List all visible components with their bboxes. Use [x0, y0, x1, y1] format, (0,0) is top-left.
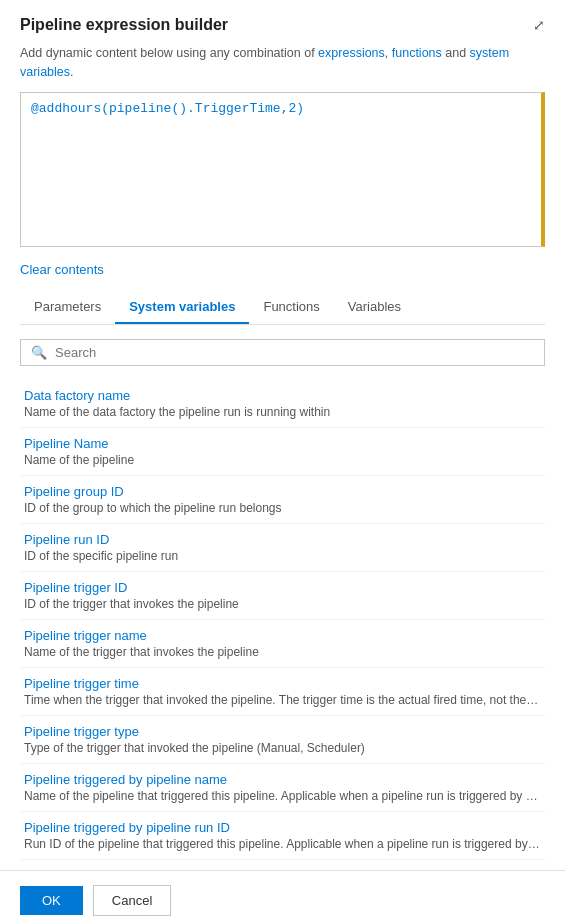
- search-container: 🔍: [20, 339, 545, 366]
- search-input[interactable]: [55, 345, 534, 360]
- functions-link[interactable]: functions: [392, 46, 442, 60]
- expand-icon[interactable]: ⤢: [533, 17, 545, 33]
- expressions-link[interactable]: expressions: [318, 46, 385, 60]
- variable-desc: Name of the data factory the pipeline ru…: [24, 405, 541, 419]
- variables-list: Data factory nameName of the data factor…: [20, 380, 545, 860]
- list-item[interactable]: Pipeline NameName of the pipeline: [20, 428, 545, 476]
- tab-system-variables[interactable]: System variables: [115, 291, 249, 324]
- page-title: Pipeline expression builder: [20, 16, 228, 34]
- variable-desc: ID of the group to which the pipeline ru…: [24, 501, 541, 515]
- variable-name: Pipeline trigger name: [24, 628, 541, 643]
- list-item[interactable]: Data factory nameName of the data factor…: [20, 380, 545, 428]
- variable-name: Pipeline group ID: [24, 484, 541, 499]
- variable-name: Pipeline run ID: [24, 532, 541, 547]
- variable-desc: Name of the trigger that invokes the pip…: [24, 645, 541, 659]
- list-item[interactable]: Pipeline trigger IDID of the trigger tha…: [20, 572, 545, 620]
- variable-name: Pipeline trigger type: [24, 724, 541, 739]
- variable-desc: Run ID of the pipeline that triggered th…: [24, 837, 541, 851]
- variable-desc: Type of the trigger that invoked the pip…: [24, 741, 541, 755]
- list-item[interactable]: Pipeline triggered by pipeline run IDRun…: [20, 812, 545, 860]
- search-icon: 🔍: [31, 345, 47, 360]
- list-item[interactable]: Pipeline trigger typeType of the trigger…: [20, 716, 545, 764]
- variable-name: Pipeline Name: [24, 436, 541, 451]
- list-item[interactable]: Pipeline triggered by pipeline nameName …: [20, 764, 545, 812]
- variable-desc: Time when the trigger that invoked the p…: [24, 693, 541, 707]
- tab-functions[interactable]: Functions: [249, 291, 333, 324]
- footer: OK Cancel: [0, 870, 565, 924]
- tabs-bar: Parameters System variables Functions Va…: [20, 291, 545, 325]
- subtitle: Add dynamic content below using any comb…: [20, 44, 545, 82]
- list-item[interactable]: Pipeline trigger nameName of the trigger…: [20, 620, 545, 668]
- subtitle-text-before: Add dynamic content below using any comb…: [20, 46, 318, 60]
- expression-box: [20, 92, 545, 250]
- variable-name: Pipeline triggered by pipeline name: [24, 772, 541, 787]
- ok-button[interactable]: OK: [20, 886, 83, 915]
- list-item[interactable]: Pipeline group IDID of the group to whic…: [20, 476, 545, 524]
- variable-desc: Name of the pipeline: [24, 453, 541, 467]
- list-item[interactable]: Pipeline trigger timeTime when the trigg…: [20, 668, 545, 716]
- list-item[interactable]: Pipeline run IDID of the specific pipeli…: [20, 524, 545, 572]
- clear-contents-link[interactable]: Clear contents: [20, 262, 545, 277]
- subtitle-and: and: [442, 46, 470, 60]
- variable-desc: Name of the pipeline that triggered this…: [24, 789, 541, 803]
- variable-name: Pipeline trigger time: [24, 676, 541, 691]
- variable-name: Data factory name: [24, 388, 541, 403]
- tab-variables[interactable]: Variables: [334, 291, 415, 324]
- subtitle-period: .: [70, 65, 73, 79]
- expression-input[interactable]: [20, 92, 545, 247]
- tab-parameters[interactable]: Parameters: [20, 291, 115, 324]
- variable-name: Pipeline triggered by pipeline run ID: [24, 820, 541, 835]
- variable-name: Pipeline trigger ID: [24, 580, 541, 595]
- subtitle-comma1: ,: [385, 46, 392, 60]
- variable-desc: ID of the specific pipeline run: [24, 549, 541, 563]
- cancel-button[interactable]: Cancel: [93, 885, 171, 916]
- variable-desc: ID of the trigger that invokes the pipel…: [24, 597, 541, 611]
